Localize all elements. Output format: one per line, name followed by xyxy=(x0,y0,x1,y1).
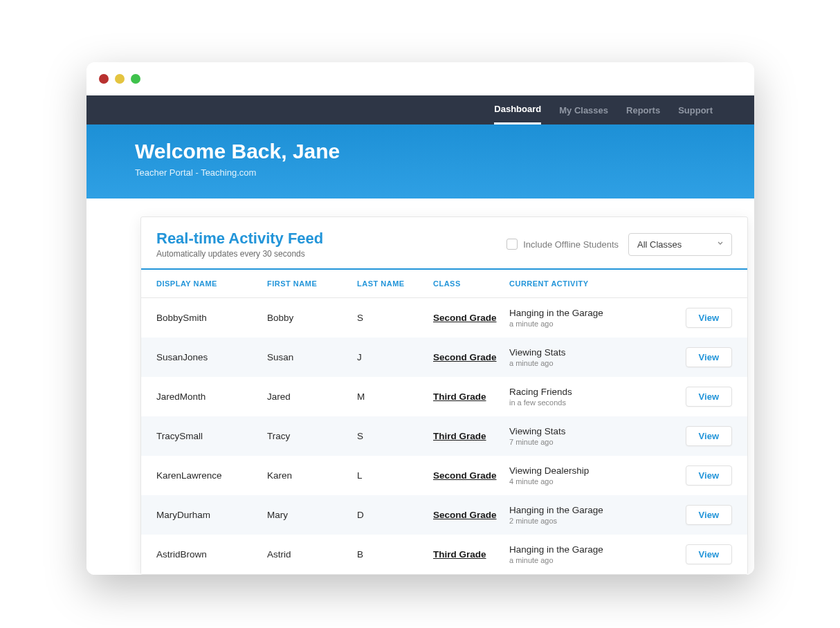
activity-time: a minute ago xyxy=(509,359,655,367)
card-header: Real-time Activity Feed Automatically up… xyxy=(141,217,747,268)
table-row: KarenLawrence Karen L Second Grade Viewi… xyxy=(141,456,747,495)
activity-time: in a few seconds xyxy=(509,398,655,407)
activity-title: Hanging in the Garage xyxy=(509,505,655,515)
table-row: TracySmall Tracy S Third Grade Viewing S… xyxy=(141,416,747,456)
view-button[interactable]: View xyxy=(686,544,732,564)
col-first-name: FIRST NAME xyxy=(267,279,357,288)
top-nav: Dashboard My Classes Reports Support xyxy=(86,95,754,124)
page-subtitle: Teacher Portal - Teaching.com xyxy=(135,167,706,178)
cell-first-name: Susan xyxy=(267,352,357,362)
table-row: JaredMonth Jared M Third Grade Racing Fr… xyxy=(141,377,747,416)
cell-first-name: Tracy xyxy=(267,431,357,441)
class-link[interactable]: Third Grade xyxy=(433,549,486,560)
nav-reports[interactable]: Reports xyxy=(626,95,660,124)
class-link[interactable]: Third Grade xyxy=(433,391,486,402)
class-link[interactable]: Third Grade xyxy=(433,431,486,441)
class-link[interactable]: Second Grade xyxy=(433,352,497,362)
cell-display-name: JaredMonth xyxy=(156,391,267,402)
table-header: DISPLAY NAME FIRST NAME LAST NAME CLASS … xyxy=(141,268,747,298)
activity-feed-card: Real-time Activity Feed Automatically up… xyxy=(140,216,748,575)
chevron-down-icon xyxy=(716,239,724,250)
page-title: Welcome Back, Jane xyxy=(135,140,706,163)
cell-display-name: KarenLawrence xyxy=(156,470,267,481)
class-link[interactable]: Second Grade xyxy=(433,510,497,520)
hero: Welcome Back, Jane Teacher Portal - Teac… xyxy=(86,124,754,198)
table-row: AstridBrown Astrid B Third Grade Hanging… xyxy=(141,535,747,574)
cell-display-name: BobbySmith xyxy=(156,313,267,323)
cell-display-name: SusanJones xyxy=(156,352,267,362)
feed-title: Real-time Activity Feed xyxy=(156,230,506,248)
cell-first-name: Bobby xyxy=(267,313,357,323)
include-offline-label: Include Offline Students xyxy=(523,239,619,250)
class-link[interactable]: Second Grade xyxy=(433,470,497,481)
cell-last-name: L xyxy=(357,470,433,481)
view-button[interactable]: View xyxy=(686,426,732,446)
cell-display-name: AstridBrown xyxy=(156,549,267,560)
activity-time: 2 minute agos xyxy=(509,517,655,525)
cell-last-name: S xyxy=(357,313,433,323)
class-link[interactable]: Second Grade xyxy=(433,313,497,323)
window-titlebar xyxy=(86,62,754,95)
maximize-window-icon[interactable] xyxy=(131,74,140,84)
nav-dashboard[interactable]: Dashboard xyxy=(494,95,541,124)
class-filter-value: All Classes xyxy=(637,239,682,250)
col-last-name: LAST NAME xyxy=(357,279,433,288)
activity-time: 4 minute ago xyxy=(509,477,655,486)
col-display-name: DISPLAY NAME xyxy=(156,279,267,288)
nav-support[interactable]: Support xyxy=(678,95,713,124)
include-offline-toggle[interactable]: Include Offline Students xyxy=(506,239,619,250)
activity-title: Racing Friends xyxy=(509,387,655,397)
view-button[interactable]: View xyxy=(686,505,732,525)
activity-title: Hanging in the Garage xyxy=(509,544,655,555)
view-button[interactable]: View xyxy=(686,465,732,486)
minimize-window-icon[interactable] xyxy=(115,74,125,84)
content-area: Real-time Activity Feed Automatically up… xyxy=(86,198,754,575)
view-button[interactable]: View xyxy=(686,347,732,367)
cell-first-name: Karen xyxy=(267,470,357,481)
cell-last-name: M xyxy=(357,391,433,402)
cell-display-name: MaryDurham xyxy=(156,510,267,520)
feed-subtitle: Automatically updates every 30 seconds xyxy=(156,249,506,259)
table-row: MaryDurham Mary D Second Grade Hanging i… xyxy=(141,495,747,535)
activity-title: Hanging in the Garage xyxy=(509,308,655,318)
view-button[interactable]: View xyxy=(686,308,732,328)
nav-my-classes[interactable]: My Classes xyxy=(559,95,608,124)
activity-time: 7 minute ago xyxy=(509,438,655,446)
cell-first-name: Jared xyxy=(267,391,357,402)
app-window: Dashboard My Classes Reports Support Wel… xyxy=(86,62,754,575)
cell-last-name: J xyxy=(357,352,433,362)
activity-title: Viewing Stats xyxy=(509,347,655,358)
activity-time: a minute ago xyxy=(509,320,655,328)
activity-title: Viewing Dealership xyxy=(509,465,655,476)
activity-title: Viewing Stats xyxy=(509,426,655,436)
cell-last-name: D xyxy=(357,510,433,520)
activity-time: a minute ago xyxy=(509,556,655,564)
cell-last-name: S xyxy=(357,431,433,441)
table-body: BobbySmith Bobby S Second Grade Hanging … xyxy=(141,298,747,574)
cell-first-name: Astrid xyxy=(267,549,357,560)
checkbox-icon[interactable] xyxy=(506,239,518,250)
table-row: BobbySmith Bobby S Second Grade Hanging … xyxy=(141,298,747,338)
class-filter-select[interactable]: All Classes xyxy=(628,233,732,256)
cell-first-name: Mary xyxy=(267,510,357,520)
view-button[interactable]: View xyxy=(686,387,732,407)
cell-display-name: TracySmall xyxy=(156,431,267,441)
table-row: SusanJones Susan J Second Grade Viewing … xyxy=(141,338,747,377)
cell-last-name: B xyxy=(357,549,433,560)
col-class: CLASS xyxy=(433,279,509,288)
col-current-activity: CURRENT ACTIVITY xyxy=(509,279,655,288)
close-window-icon[interactable] xyxy=(99,74,109,84)
